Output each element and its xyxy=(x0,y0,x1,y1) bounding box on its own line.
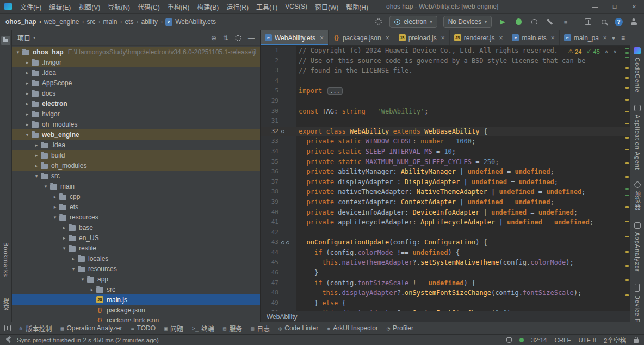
tree-chevron-icon[interactable]: ▸ xyxy=(23,91,31,96)
tree-item[interactable]: ▾ main xyxy=(12,181,260,191)
code-line[interactable]: 37 private displayAdapter : DisplayAdapt… xyxy=(261,177,630,187)
menu-item[interactable]: 工具(T) xyxy=(252,1,281,13)
file-encoding[interactable]: UTF-8 xyxy=(579,337,597,343)
code-line[interactable]: 35 private static MAXIMUM_NUM_OF_SLEEP_C… xyxy=(261,157,630,167)
tree-chevron-icon[interactable]: ▸ xyxy=(23,122,31,127)
analysis-mark[interactable] xyxy=(625,149,629,150)
breadcrumb-item[interactable]: ability › xyxy=(141,18,165,26)
caret-position[interactable]: 32:14 xyxy=(531,337,547,343)
menu-item[interactable]: VCS(S) xyxy=(281,1,311,12)
inspections-widget[interactable]: ⚠ 24 ✓ 45 ∧ ∨ xyxy=(565,47,620,55)
tree-chevron-icon[interactable]: ▸ xyxy=(23,101,31,106)
tree-chevron-icon[interactable]: ▸ xyxy=(70,256,77,261)
tree-chevron-icon[interactable]: ▸ xyxy=(23,111,31,117)
analysis-mark[interactable] xyxy=(625,221,629,222)
analysis-mark[interactable] xyxy=(625,251,629,253)
bottom-toolwindow-button[interactable]: ◎ Code Linter xyxy=(274,324,323,332)
menu-item[interactable]: 运行(R) xyxy=(222,1,252,13)
code-line[interactable]: 46 } xyxy=(261,268,630,278)
indent-setting[interactable]: 2个空格 xyxy=(604,336,626,344)
debug-button[interactable] xyxy=(513,17,523,27)
code-line[interactable]: 44 if (config.colorMode !== undefined) { xyxy=(261,248,630,258)
code-line[interactable]: 38 private nativeThemeAdapter: NativeThe… xyxy=(261,187,630,197)
menu-item[interactable]: 导航(N) xyxy=(104,1,134,13)
editor-tab[interactable]: main_pa × xyxy=(560,30,612,45)
tree-chevron-icon[interactable]: ▸ xyxy=(51,204,59,210)
lock-icon[interactable] xyxy=(634,339,639,343)
tree-item[interactable]: ▸ .hvigor xyxy=(12,57,260,67)
analysis-mark[interactable] xyxy=(625,294,629,296)
tree-item[interactable]: main.js xyxy=(12,294,260,305)
minimize-button[interactable]: — xyxy=(585,0,605,13)
tree-chevron-icon[interactable]: ▸ xyxy=(23,60,31,65)
tree-item[interactable]: ▸ en_US xyxy=(12,233,260,243)
tree-item[interactable]: ▾ app xyxy=(12,274,260,284)
tree-chevron-icon[interactable]: ▸ xyxy=(60,235,68,241)
tree-chevron-icon[interactable]: ▸ xyxy=(51,194,59,199)
right-toolwindow-button[interactable]: AppAnalyzer xyxy=(634,222,641,272)
code-line[interactable]: 31 xyxy=(261,116,630,127)
breadcrumb-item[interactable]: main › xyxy=(103,18,125,26)
search-everywhere-button[interactable] xyxy=(599,17,609,27)
close-tab-icon[interactable]: × xyxy=(603,34,607,42)
code-line[interactable]: 47 if (config.fontSizeScale !== undefine… xyxy=(261,278,630,288)
stop-button[interactable]: ■ xyxy=(561,17,571,27)
code-line[interactable]: 36 private abilityManager: AbilityManage… xyxy=(261,167,630,177)
editor-tab[interactable]: renderer.js × xyxy=(450,30,508,45)
bookmarks-toolwindow-button[interactable]: Bookmarks xyxy=(3,242,9,277)
analysis-mark[interactable] xyxy=(625,77,629,79)
analysis-mark[interactable] xyxy=(625,188,629,190)
analysis-mark[interactable] xyxy=(625,99,629,101)
profiler-rerun-button[interactable] xyxy=(529,17,539,27)
right-toolwindow-button[interactable]: Application Agent xyxy=(634,105,641,170)
tree-chevron-icon[interactable]: ▸ xyxy=(33,142,40,148)
device-dropdown[interactable]: No Devices ▾ xyxy=(443,16,492,28)
analysis-mark[interactable] xyxy=(625,236,629,237)
tree-chevron-icon[interactable]: ▾ xyxy=(42,184,49,189)
hide-panel-icon[interactable]: — xyxy=(248,34,255,42)
tree-item[interactable]: ▸ docs xyxy=(12,88,260,98)
code-line[interactable]: 50 this.displayAdapter?.onSystemFontSize… xyxy=(261,308,630,311)
sync-settings-icon[interactable] xyxy=(374,17,383,27)
bottom-toolwindow-button[interactable]: ⋔ 版本控制 xyxy=(14,324,56,333)
menu-item[interactable]: 窗口(W) xyxy=(311,1,342,13)
menu-item[interactable]: 文件(F) xyxy=(16,1,45,13)
code-editor[interactable]: 1 // Copyright (c) 2024 Huawei Device Co… xyxy=(261,46,630,311)
analysis-mark[interactable] xyxy=(625,57,629,58)
code-line[interactable]: 4 xyxy=(261,76,630,86)
code-line[interactable]: 32 export class WebAbility extends WebBa… xyxy=(261,127,630,137)
line-ending[interactable]: CRLF xyxy=(554,337,571,343)
attach-tools-button[interactable] xyxy=(545,17,555,27)
close-tab-icon[interactable]: × xyxy=(551,34,555,42)
code-line[interactable]: 30 const TAG: string = 'WebAbility'; xyxy=(261,106,630,117)
editor-options-icon[interactable]: ≡ xyxy=(621,34,625,42)
tree-item[interactable]: ▸ base xyxy=(12,222,260,233)
next-issue-icon[interactable]: ∨ xyxy=(613,49,617,54)
tree-item[interactable]: ▸ cpp xyxy=(12,191,260,202)
editor-tab[interactable]: preload.js × xyxy=(394,30,450,45)
project-panel-title[interactable]: 项目 xyxy=(17,33,30,42)
code-line[interactable]: 29 xyxy=(261,96,630,106)
code-line[interactable]: 45 this.nativeThemeAdapter?.setSystemNat… xyxy=(261,258,630,268)
analysis-mark[interactable] xyxy=(625,195,629,196)
help-icon[interactable]: ? xyxy=(615,18,623,26)
analysis-mark[interactable] xyxy=(625,67,629,69)
code-line[interactable]: 40 private deviceInfoAdapter: DeviceInfo… xyxy=(261,208,630,218)
panel-settings-icon[interactable] xyxy=(235,35,242,41)
breadcrumb-item[interactable]: ets › xyxy=(125,18,141,26)
tree-chevron-icon[interactable]: ▾ xyxy=(79,277,86,282)
tree-item[interactable]: ▸ .idea xyxy=(12,140,260,150)
analysis-mark[interactable] xyxy=(625,279,629,281)
bottom-toolwindow-button[interactable]: ≡ TODO xyxy=(127,324,160,332)
tree-item[interactable]: ▸ electron xyxy=(12,98,260,109)
tree-chevron-icon[interactable]: ▸ xyxy=(33,153,40,158)
tree-chevron-icon[interactable]: ▸ xyxy=(33,163,40,168)
close-tab-icon[interactable]: × xyxy=(320,34,324,42)
bottom-toolwindow-button[interactable]: ▥ 日志 xyxy=(246,324,274,333)
tree-item[interactable]: ▸ ets xyxy=(12,202,260,212)
tree-item[interactable]: ▾ resources xyxy=(12,212,260,222)
tree-chevron-icon[interactable]: ▾ xyxy=(33,173,40,179)
tree-chevron-icon[interactable]: ▸ xyxy=(60,225,68,230)
bottom-toolwindow-button[interactable]: ▦ Operation Analyzer xyxy=(56,324,126,332)
tree-chevron-icon[interactable]: ▸ xyxy=(88,287,96,292)
